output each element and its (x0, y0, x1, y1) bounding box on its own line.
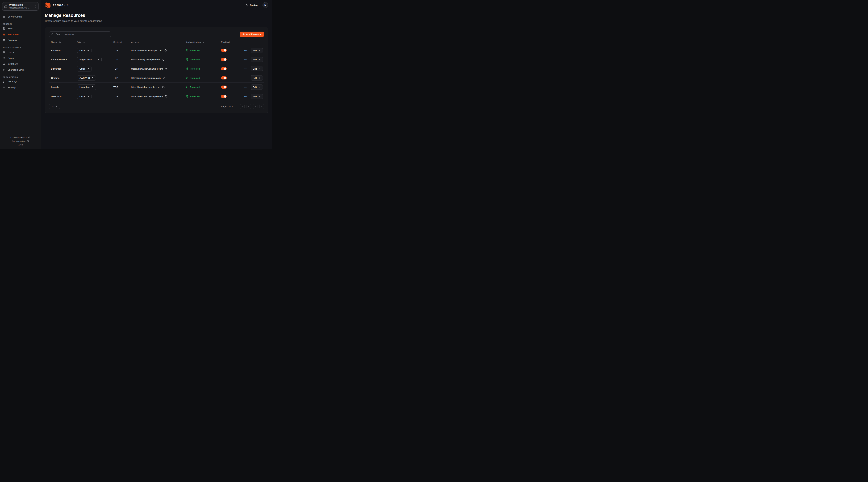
theme-toggle[interactable]: System (246, 4, 258, 7)
row-menu-button[interactable]: ⋯ (244, 86, 247, 89)
column-header-name[interactable]: Name (49, 41, 77, 43)
site-link-button[interactable]: Office (77, 48, 92, 53)
sidebar-item-server-admin[interactable]: Server Admin (0, 14, 41, 20)
column-header-access: Access (131, 41, 186, 43)
sidebar-item-label: Server Admin (8, 15, 22, 18)
sidebar-item-shareable-links[interactable]: Shareable Links (0, 67, 41, 73)
enabled-toggle[interactable] (221, 76, 227, 79)
shield-check-icon (186, 58, 189, 61)
external-link-icon (28, 136, 30, 138)
copy-url-button[interactable] (164, 49, 167, 52)
main-content: PANGOLIN System M Manage Resources Creat… (41, 0, 272, 149)
row-menu-button[interactable]: ⋯ (244, 67, 247, 70)
resource-url: https://grafana.example.com (131, 77, 161, 79)
add-resource-button[interactable]: Add Resource (240, 32, 264, 37)
row-menu-button[interactable]: ⋯ (244, 76, 247, 79)
site-link-button[interactable]: Edge Device 01 (77, 57, 101, 62)
auth-status-label: Protected (190, 67, 200, 70)
community-edition-link[interactable]: Community Edition (0, 135, 41, 139)
next-page-button[interactable] (253, 104, 257, 109)
edit-button[interactable]: Edit (251, 48, 263, 53)
arrow-right-icon (258, 59, 260, 61)
copy-url-button[interactable] (162, 86, 165, 89)
search-icon (51, 33, 54, 36)
section-label-organization: ORGANIZATION (3, 76, 38, 78)
previous-page-button[interactable] (247, 104, 251, 109)
sidebar-resize-handle[interactable] (41, 73, 41, 76)
copy-icon (163, 77, 165, 79)
enabled-toggle[interactable] (221, 86, 227, 89)
table-row: Authentik Office TCP https://authentik.e… (49, 46, 264, 55)
edit-button[interactable]: Edit (251, 57, 263, 62)
sidebar-footer: Community Edition Documentation v1.7.0 (0, 134, 41, 149)
sidebar-item-invitations[interactable]: Invitations (0, 61, 41, 67)
first-page-button[interactable] (240, 104, 245, 109)
page-size-select[interactable]: 20 (49, 104, 60, 109)
copy-url-button[interactable] (165, 67, 167, 70)
resource-protocol: TCP (113, 95, 131, 98)
enabled-toggle[interactable] (221, 58, 227, 61)
sidebar-item-domains[interactable]: Domains (0, 37, 41, 43)
edit-button[interactable]: Edit (251, 66, 263, 71)
sidebar-item-sites[interactable]: Sites (0, 26, 41, 31)
sort-icon (83, 41, 85, 43)
ticket-check-icon (3, 62, 5, 65)
copy-url-button[interactable] (165, 95, 167, 98)
sidebar-item-users[interactable]: Users (0, 49, 41, 55)
sidebar-item-roles[interactable]: Roles (0, 55, 41, 61)
auth-status-badge: Protected (186, 95, 221, 98)
site-link-button[interactable]: Office (77, 66, 92, 71)
row-menu-button[interactable]: ⋯ (244, 95, 247, 98)
edit-button[interactable]: Edit (251, 85, 263, 90)
site-link-button[interactable]: Home Lab (77, 85, 96, 90)
enabled-toggle[interactable] (221, 67, 227, 70)
resource-url: https://nextcloud.example.com (131, 95, 163, 98)
sidebar-item-settings[interactable]: Settings (0, 85, 41, 90)
resource-protocol: TCP (113, 67, 131, 70)
last-page-button[interactable] (259, 104, 264, 109)
copy-icon (164, 49, 167, 52)
sidebar-item-label: Settings (8, 86, 16, 89)
brand-logo[interactable]: PANGOLIN (45, 2, 69, 8)
table-row: Nextcloud Office TCP https://nextcloud.e… (49, 92, 264, 101)
org-selector[interactable]: Organization milo@fossorial.io's ... (2, 2, 38, 10)
column-header-authentication[interactable]: Authentication (186, 41, 221, 43)
resources-table: Name Site Protocol Access Authenticati (49, 39, 264, 101)
chevrons-up-down-icon (34, 5, 37, 8)
site-name: AWS VPC (80, 77, 90, 79)
theme-label: System (250, 4, 258, 6)
sidebar-item-label: API Keys (8, 80, 18, 83)
avatar[interactable]: M (262, 2, 268, 8)
arrow-up-right-icon (97, 59, 99, 61)
arrow-up-right-icon (87, 68, 89, 70)
site-link-button[interactable]: AWS VPC (77, 75, 96, 81)
column-header-site[interactable]: Site (77, 41, 113, 43)
enabled-toggle[interactable] (221, 95, 227, 98)
row-menu-button[interactable]: ⋯ (244, 58, 247, 61)
table-row: Bitwarden Office TCP https://bitwarden.e… (49, 64, 264, 73)
resource-protocol: TCP (113, 58, 131, 61)
sidebar-item-api-keys[interactable]: API Keys (0, 78, 41, 85)
column-header-protocol: Protocol (113, 41, 131, 43)
sort-icon (59, 41, 61, 43)
search-input[interactable] (55, 33, 109, 36)
documentation-link[interactable]: Documentation (0, 139, 41, 143)
edit-button[interactable]: Edit (251, 94, 263, 99)
copy-url-button[interactable] (163, 77, 165, 79)
row-menu-button[interactable]: ⋯ (244, 49, 247, 52)
copy-icon (165, 95, 167, 98)
copy-url-button[interactable] (162, 58, 164, 61)
auth-status-label: Protected (190, 77, 200, 79)
book-open-icon (27, 140, 29, 142)
top-bar: PANGOLIN System M (45, 0, 268, 7)
table-row: Battery Monitor Edge Device 01 TCP https… (49, 55, 264, 64)
documentation-label: Documentation (12, 139, 25, 143)
plus-icon (242, 33, 245, 36)
sidebar-item-resources[interactable]: Resources (0, 31, 41, 37)
enabled-toggle[interactable] (221, 49, 227, 52)
edit-button[interactable]: Edit (251, 75, 263, 81)
gear-icon (3, 86, 5, 89)
arrow-right-icon (258, 86, 260, 88)
chevron-right-icon (254, 105, 256, 107)
site-link-button[interactable]: Office (77, 94, 92, 99)
